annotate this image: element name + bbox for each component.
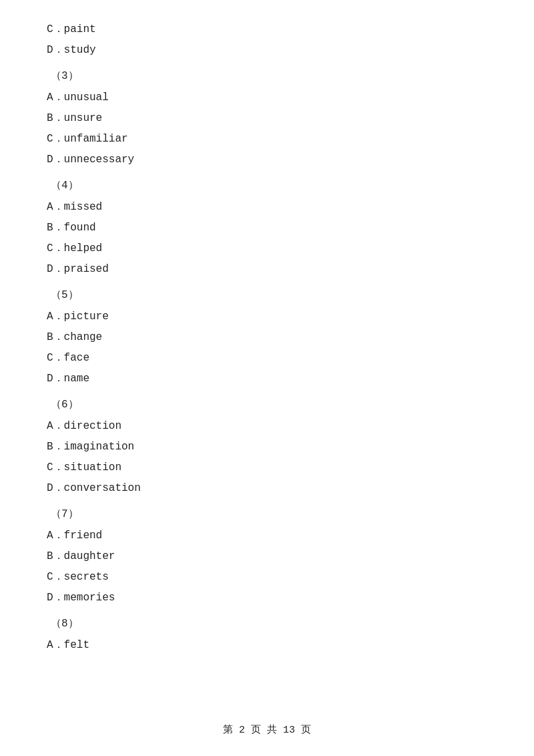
- question-6-number: （6）: [47, 395, 487, 415]
- q6-option-b: B．imagination: [47, 437, 487, 457]
- question-5-number: （5）: [47, 286, 487, 305]
- q7-option-b: B．daughter: [47, 547, 487, 566]
- q7-option-c: C．secrets: [47, 568, 487, 587]
- q5-option-c: C．face: [47, 349, 487, 368]
- option-d-study: D．study: [47, 41, 487, 60]
- question-4-number: （4）: [47, 176, 487, 196]
- q5-option-b: B．change: [47, 328, 487, 347]
- question-7-number: （7）: [47, 505, 487, 524]
- q4-option-c: C．helped: [47, 239, 487, 258]
- q6-option-a: A．direction: [47, 417, 487, 436]
- q3-option-d: D．unnecessary: [47, 150, 487, 170]
- q3-option-b: B．unsure: [47, 109, 487, 128]
- question-3-number: （3）: [47, 67, 487, 86]
- option-label: D．study: [47, 44, 96, 56]
- q6-option-d: D．conversation: [47, 479, 487, 498]
- q8-option-a: A．felt: [47, 636, 487, 655]
- q4-option-d: D．praised: [47, 260, 487, 279]
- q6-option-c: C．situation: [47, 458, 487, 478]
- q7-option-a: A．friend: [47, 526, 487, 546]
- page-number-text: 第 2 页 共 13 页: [223, 725, 311, 736]
- page-footer: 第 2 页 共 13 页: [0, 723, 534, 736]
- q4-option-b: B．found: [47, 218, 487, 238]
- q5-option-a: A．picture: [47, 307, 487, 327]
- option-label: C．paint: [47, 23, 96, 35]
- question-8-number: （8）: [47, 614, 487, 634]
- option-c-paint: C．paint: [47, 20, 487, 39]
- q5-option-d: D．name: [47, 369, 487, 389]
- q7-option-d: D．memories: [47, 588, 487, 608]
- q4-option-a: A．missed: [47, 198, 487, 217]
- q3-option-c: C．unfamiliar: [47, 130, 487, 149]
- page-content: C．paint D．study （3） A．unusual B．unsure C…: [0, 0, 534, 697]
- q3-option-a: A．unusual: [47, 88, 487, 108]
